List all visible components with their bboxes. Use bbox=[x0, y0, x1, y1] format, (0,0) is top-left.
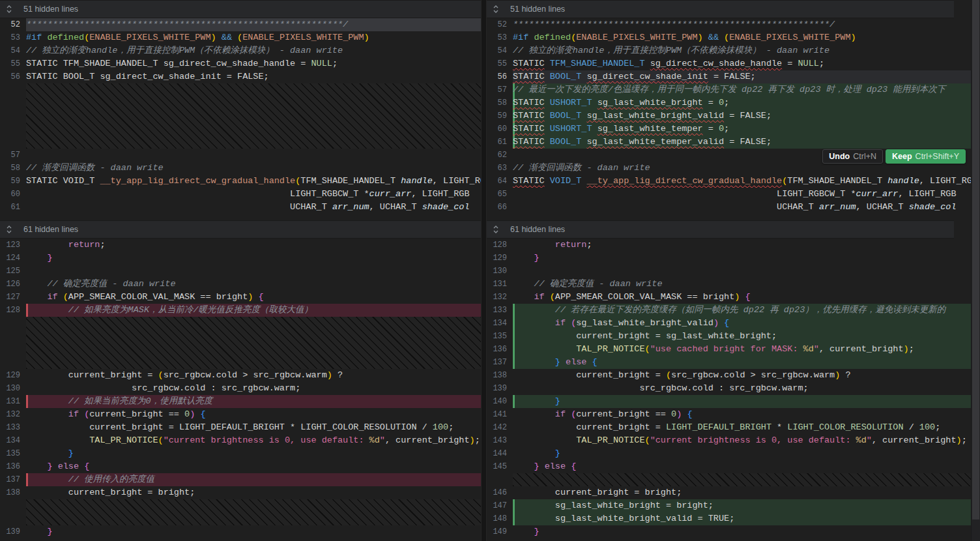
code-line-text[interactable]: LIGHT_RGBCW_T *curr_arr, LIGHT_RGB bbox=[513, 188, 971, 201]
line-number[interactable]: 132 bbox=[487, 291, 513, 304]
code-line[interactable]: 54// 独立的渐变handle，用于直接控制PWM（不依赖涂抹模块） - da… bbox=[487, 44, 971, 57]
code-line-text[interactable]: if (sg_last_white_bright_valid) { bbox=[513, 317, 971, 330]
line-number[interactable]: 141 bbox=[487, 408, 513, 421]
line-number[interactable]: 130 bbox=[0, 382, 26, 395]
code-line[interactable]: 147 sg_last_white_bright = bright; bbox=[487, 499, 971, 512]
code-line-text[interactable]: LIGHT_RGBCW_T *curr_arr, LIGHT_RGB bbox=[26, 188, 481, 201]
code-line-text[interactable]: TAL_PR_NOTICE("use cached bright for MAS… bbox=[513, 343, 971, 356]
code-line[interactable]: 125 bbox=[0, 265, 481, 278]
code-line-text[interactable]: current_bright = (src_rgbcw.cold > src_r… bbox=[26, 369, 481, 382]
line-number[interactable]: 143 bbox=[487, 434, 513, 447]
code-line[interactable]: 135 current_bright = sg_last_white_brigh… bbox=[487, 330, 971, 343]
code-line-text[interactable]: if (current_bright == 0) { bbox=[513, 408, 971, 421]
code-line-text[interactable]: // 独立的渐变handle，用于直接控制PWM（不依赖涂抹模块） - daan… bbox=[513, 44, 971, 57]
code-line-text[interactable]: STATIC BOOL_T sg_direct_cw_shade_init = … bbox=[26, 70, 481, 83]
code-line-text[interactable]: current_bright = (src_rgbcw.cold > src_r… bbox=[513, 369, 971, 382]
line-number[interactable]: 137 bbox=[487, 356, 513, 369]
line-number[interactable]: 58 bbox=[0, 162, 26, 175]
code-line-text[interactable]: // 独立的渐变handle，用于直接控制PWM（不依赖涂抹模块） - daan… bbox=[26, 44, 481, 57]
code-line[interactable]: 58// 渐变回调函数 - daan write bbox=[0, 162, 481, 175]
code-line-text[interactable]: } else { bbox=[513, 356, 971, 369]
code-line[interactable]: 59STATIC VOID_T __ty_app_lig_direct_cw_g… bbox=[0, 175, 481, 188]
code-line[interactable]: 135 } bbox=[0, 447, 481, 460]
code-line-text[interactable]: current_bright = sg_last_white_bright; bbox=[513, 330, 971, 343]
code-line-text[interactable]: src_rgbcw.cold : src_rgbcw.warm; bbox=[26, 382, 481, 395]
code-line-text[interactable]: if (APP_SMEAR_COLOR_VAL_MASK == bright) … bbox=[513, 291, 971, 304]
code-line-text[interactable]: // 渐变回调函数 - daan write bbox=[513, 162, 971, 175]
code-line-text[interactable]: ****************************************… bbox=[26, 18, 481, 31]
line-number[interactable]: 127 bbox=[0, 291, 26, 304]
line-number[interactable]: 144 bbox=[487, 447, 513, 460]
code-line-text[interactable] bbox=[26, 317, 481, 369]
line-number[interactable]: 54 bbox=[0, 44, 26, 57]
code-line-text[interactable]: return; bbox=[513, 239, 971, 252]
code-line[interactable]: 60STATIC USHORT_T sg_last_white_temper =… bbox=[487, 123, 971, 136]
line-number[interactable]: 62 bbox=[487, 149, 513, 162]
code-line[interactable]: 139 } bbox=[0, 525, 481, 538]
code-line[interactable]: 126 // 确定亮度值 - daan write bbox=[0, 278, 481, 291]
code-line[interactable]: 136 } else { bbox=[0, 460, 481, 473]
code-line[interactable]: 134 if (sg_last_white_bright_valid) { bbox=[487, 317, 971, 330]
code-line-text[interactable]: #if defined(ENABLE_PIXELS_WHITE_PWM) && … bbox=[513, 31, 971, 44]
code-line[interactable]: 61STATIC BOOL_T sg_last_white_temper_val… bbox=[487, 136, 971, 149]
code-line[interactable]: 130 bbox=[487, 265, 971, 278]
code-line[interactable]: 56STATIC BOOL_T sg_direct_cw_shade_init … bbox=[0, 70, 481, 83]
code-line[interactable]: 55STATIC TFM_SHADE_HANDEL_T sg_direct_cw… bbox=[0, 57, 481, 70]
code-line[interactable]: 58STATIC USHORT_T sg_last_white_bright =… bbox=[487, 96, 971, 110]
line-number[interactable]: 129 bbox=[487, 252, 513, 265]
code-line[interactable]: 53#if defined(ENABLE_PIXELS_WHITE_PWM) &… bbox=[0, 31, 481, 44]
line-number[interactable]: 57 bbox=[487, 83, 513, 96]
line-number[interactable]: 125 bbox=[0, 265, 26, 278]
code-line[interactable]: 142 current_bright = LIGHT_DEFAULT_BRIGH… bbox=[487, 421, 971, 434]
line-number[interactable]: 63 bbox=[487, 162, 513, 175]
code-line-text[interactable]: #if defined(ENABLE_PIXELS_WHITE_PWM) && … bbox=[26, 31, 481, 44]
line-number[interactable]: 139 bbox=[487, 382, 513, 395]
line-number[interactable]: 124 bbox=[0, 252, 26, 265]
scrollbar-thumb[interactable] bbox=[972, 0, 979, 519]
code-line-text[interactable]: current_bright = bright; bbox=[26, 486, 481, 499]
code-line[interactable]: 128 // 如果亮度为MASK，从当前冷/暖光值反推亮度（取较大值） bbox=[0, 304, 481, 317]
hidden-lines-header[interactable]: 51 hidden lines bbox=[487, 0, 954, 18]
code-line[interactable]: 56STATIC BOOL_T sg_direct_cw_shade_init … bbox=[487, 70, 971, 83]
line-number[interactable]: 52 bbox=[487, 18, 513, 31]
code-line[interactable]: 134 TAL_PR_NOTICE("current brightness is… bbox=[0, 434, 481, 447]
line-number[interactable]: 135 bbox=[487, 330, 513, 343]
code-line-text[interactable]: UCHAR_T arr_num, UCHAR_T shade_col bbox=[26, 201, 481, 214]
code-line-text[interactable]: // 确定亮度值 - daan write bbox=[26, 278, 481, 291]
line-number[interactable]: 64 bbox=[487, 175, 513, 188]
line-number[interactable]: 52 bbox=[0, 18, 26, 31]
code-line-text[interactable]: TAL_PR_NOTICE("current brightness is 0, … bbox=[513, 434, 971, 447]
vertical-scrollbar[interactable] bbox=[971, 0, 980, 541]
line-number[interactable]: 138 bbox=[0, 486, 26, 499]
code-line[interactable]: 64STATIC VOID_T __ty_app_lig_direct_cw_g… bbox=[487, 175, 971, 188]
code-line[interactable]: 60 LIGHT_RGBCW_T *curr_arr, LIGHT_RGB bbox=[0, 188, 481, 201]
code-line-text[interactable]: } bbox=[513, 252, 971, 265]
code-line[interactable]: 139 src_rgbcw.cold : src_rgbcw.warm; bbox=[487, 382, 971, 395]
code-line-text[interactable]: STATIC VOID_T __ty_app_lig_direct_cw_gra… bbox=[513, 175, 971, 188]
line-number[interactable]: 66 bbox=[487, 201, 513, 214]
code-line[interactable]: 149 } bbox=[487, 525, 971, 538]
line-number[interactable]: 60 bbox=[0, 188, 26, 201]
code-line[interactable]: 57// 最近一次下发的亮度/色温缓存，用于同一帧内先下发 dp22 再下发 d… bbox=[487, 83, 971, 96]
code-line[interactable]: 63// 渐变回调函数 - daan write bbox=[487, 162, 971, 175]
code-line[interactable]: 130 src_rgbcw.cold : src_rgbcw.warm; bbox=[0, 382, 481, 395]
code-line-text[interactable]: return; bbox=[26, 239, 481, 252]
line-number[interactable]: 145 bbox=[487, 460, 513, 473]
line-number[interactable]: 139 bbox=[0, 525, 26, 538]
line-number[interactable]: 142 bbox=[487, 421, 513, 434]
code-line-text[interactable]: UCHAR_T arr_num, UCHAR_T shade_col bbox=[513, 201, 971, 214]
code-line[interactable]: 140 } bbox=[487, 395, 971, 408]
keep-change-button[interactable]: Keep Ctrl+Shift+Y bbox=[886, 149, 966, 164]
code-line[interactable]: 59STATIC BOOL_T sg_last_white_bright_val… bbox=[487, 110, 971, 123]
code-line[interactable]: 55STATIC TFM_SHADE_HANDEL_T sg_direct_cw… bbox=[487, 57, 971, 70]
code-line[interactable]: 129 } bbox=[487, 252, 971, 265]
code-line[interactable]: 132 if (current_bright == 0) { bbox=[0, 408, 481, 421]
code-line[interactable]: 124 } bbox=[0, 252, 481, 265]
code-line-text[interactable]: STATIC VOID_T __ty_app_lig_direct_cw_gra… bbox=[26, 175, 481, 188]
code-line-text[interactable]: STATIC USHORT_T sg_last_white_temper = 0… bbox=[513, 123, 971, 136]
code-line-text[interactable] bbox=[26, 265, 481, 278]
line-number[interactable]: 147 bbox=[487, 499, 513, 512]
code-line-text[interactable] bbox=[513, 265, 971, 278]
code-line-text[interactable]: TAL_PR_NOTICE("current brightness is 0, … bbox=[26, 434, 481, 447]
code-line[interactable]: 61 UCHAR_T arr_num, UCHAR_T shade_col bbox=[0, 201, 481, 214]
